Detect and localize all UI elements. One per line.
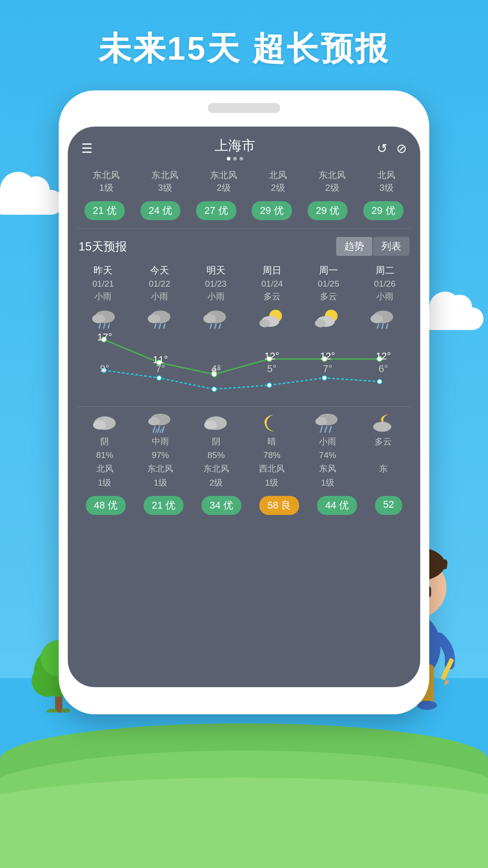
svg-line-32 — [155, 324, 156, 329]
desc-4: 小雨74%东风1级 — [305, 435, 350, 490]
svg-line-37 — [210, 324, 211, 329]
bottom-aqi-4: 44 优 — [317, 496, 357, 515]
weather-icon-rain-2 — [202, 307, 230, 329]
tab-trend[interactable]: 趋势 — [336, 237, 372, 256]
bottom-icon-cloudy-2 — [202, 410, 230, 433]
aqi-badge-1: 24 优 — [141, 201, 181, 220]
forecast-day-1: 今天 01/22 小雨 — [137, 263, 182, 303]
day-name-5: 周二 — [362, 263, 408, 278]
weather-icon-rain-5 — [370, 307, 397, 329]
svg-point-79 — [373, 422, 391, 432]
app-header: ☰ 上海市 ↺ ⊘ — [68, 127, 420, 165]
day-name-4: 周一 — [306, 263, 351, 278]
svg-point-36 — [203, 314, 216, 323]
svg-line-28 — [103, 324, 105, 329]
svg-line-29 — [108, 324, 109, 329]
day-weather-0: 小雨 — [80, 290, 126, 303]
dot-3[interactable] — [239, 157, 243, 160]
svg-line-48 — [377, 324, 379, 329]
bottom-icon-cloudy-0 — [91, 410, 118, 433]
day-weather-1: 小雨 — [137, 290, 182, 303]
wind-item-5: 北风3级 — [377, 169, 395, 194]
svg-line-78 — [329, 427, 331, 432]
wind-item-1: 东北风3级 — [151, 169, 178, 194]
temp-low-0: 9° — [87, 363, 123, 375]
section-header: 15天预报 趋势 列表 — [68, 229, 420, 261]
forecast-day-4: 周一 01/25 多云 — [306, 263, 351, 303]
tab-list[interactable]: 列表 — [373, 237, 409, 256]
weather-desc-row: 阴81%北风1级 中雨97%东北风1级 阴85%东北风2级 晴78%西北风1级 … — [68, 433, 420, 492]
svg-point-75 — [315, 417, 327, 425]
bottom-icon-cloudy-night-5 — [370, 410, 397, 433]
svg-point-26 — [92, 314, 105, 323]
day-name-0: 昨天 — [80, 263, 126, 278]
header-center: 上海市 — [215, 137, 255, 160]
view-tabs: 趋势 列表 — [336, 237, 409, 256]
svg-point-47 — [371, 314, 383, 323]
temp-low-1: 7° — [142, 363, 178, 382]
menu-icon[interactable]: ☰ — [81, 141, 93, 156]
forecast-days-header: 昨天 01/21 小雨 今天 01/22 小雨 明天 01/23 小雨 周日 0… — [68, 261, 420, 303]
day-weather-3: 多云 — [249, 290, 295, 303]
day-date-5: 01/26 — [362, 278, 408, 291]
aqi-badge-2: 27 优 — [196, 201, 236, 220]
day-date-4: 01/25 — [306, 278, 351, 291]
svg-line-67 — [153, 427, 155, 432]
svg-line-34 — [164, 324, 165, 329]
forecast-day-5: 周二 01/26 小雨 — [362, 263, 408, 303]
day-date-2: 01/23 — [193, 278, 239, 291]
weather-icon-rain-0 — [91, 307, 118, 329]
forecast-day-3: 周日 01/24 多云 — [249, 263, 295, 303]
svg-line-49 — [382, 324, 383, 329]
desc-2: 阴85%东北风2级 — [193, 435, 239, 490]
svg-line-33 — [159, 324, 160, 329]
svg-line-76 — [320, 427, 322, 432]
day-weather-2: 小雨 — [193, 290, 239, 303]
cloud-right — [420, 307, 483, 330]
bottom-weather-icons — [68, 407, 420, 433]
day-name-1: 今天 — [137, 263, 182, 278]
day-name-2: 明天 — [193, 263, 239, 278]
day-weather-5: 小雨 — [362, 290, 408, 303]
aqi-row-top: 21 优 24 优 27 优 29 优 29 优 29 优 — [68, 198, 420, 228]
forecast-day-0: 昨天 01/21 小雨 — [80, 263, 126, 303]
aqi-badge-0: 21 优 — [84, 201, 125, 220]
day-name-3: 周日 — [249, 263, 295, 278]
temperature-chart: 17° 11° 8° 12° 12° 12° 9° 7° 4° 5° 7° 6° — [77, 330, 411, 403]
cloud-left — [0, 190, 63, 215]
svg-line-71 — [160, 429, 161, 433]
svg-point-66 — [148, 417, 160, 425]
page-dots — [215, 157, 255, 160]
svg-point-42 — [259, 319, 270, 327]
svg-line-27 — [99, 324, 100, 329]
dot-1[interactable] — [227, 157, 230, 160]
svg-point-45 — [315, 319, 326, 327]
temp-low-3: 5° — [254, 363, 290, 389]
aqi-row-bottom: 48 优 21 优 34 优 58 良 44 优 52 — [68, 491, 420, 522]
bottom-aqi-1: 21 优 — [144, 496, 184, 515]
svg-marker-20 — [442, 679, 449, 688]
weather-icon-rain-1 — [147, 307, 174, 329]
svg-line-70 — [155, 429, 157, 433]
svg-line-68 — [158, 427, 160, 432]
wind-item-0: 东北风1级 — [93, 169, 120, 194]
day-date-3: 01/24 — [249, 278, 295, 291]
bottom-icon-rain-4 — [314, 410, 341, 433]
svg-line-38 — [215, 324, 216, 329]
share-icon[interactable]: ⊘ — [396, 141, 407, 156]
section-title: 15天预报 — [79, 239, 127, 255]
refresh-icon[interactable]: ↺ — [377, 141, 387, 156]
wind-item-2: 东北风2级 — [210, 169, 237, 194]
header-actions: ↺ ⊘ — [377, 141, 407, 156]
desc-1: 中雨97%东北风1级 — [138, 435, 183, 490]
svg-point-73 — [204, 420, 217, 429]
weather-icon-partly-cloudy-3 — [258, 307, 286, 329]
dot-2[interactable] — [233, 157, 237, 160]
phone-speaker — [208, 103, 280, 113]
bottom-aqi-0: 48 优 — [86, 496, 126, 515]
wind-item-4: 东北风2级 — [319, 169, 346, 194]
svg-line-69 — [162, 427, 164, 432]
temp-low-5: 6° — [365, 363, 401, 386]
bottom-aqi-5: 52 — [375, 496, 402, 515]
city-name[interactable]: 上海市 — [215, 137, 255, 155]
